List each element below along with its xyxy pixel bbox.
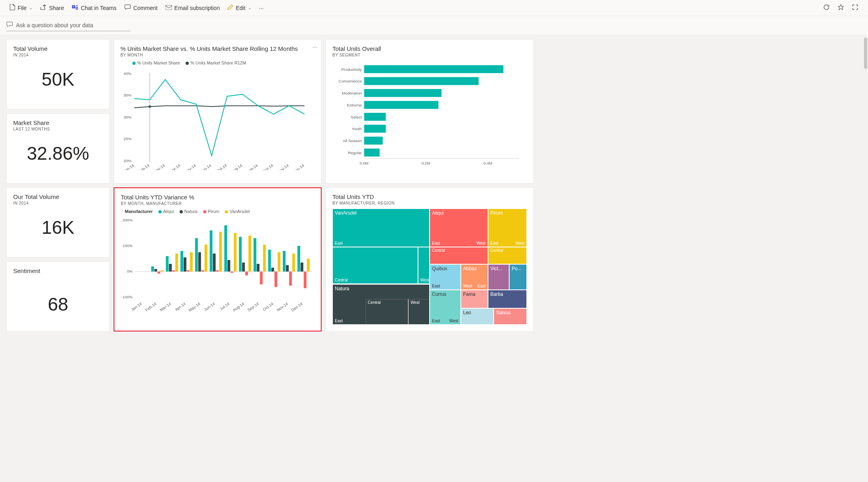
svg-text:30%: 30% <box>124 115 132 119</box>
svg-text:Nov-14: Nov-14 <box>276 163 290 170</box>
svg-text:Select: Select <box>351 115 362 119</box>
svg-text:Aug-14: Aug-14 <box>230 163 243 170</box>
line-chart-svg: 40% 35% 30% 25% 20% Jan-14 Feb-14 Mar-14… <box>120 67 315 170</box>
chevron-down-icon: ⌄ <box>29 6 32 10</box>
chart-title: Total Units YTD Variance % <box>121 194 314 201</box>
refresh-button[interactable] <box>820 2 833 14</box>
kpi-subtitle: LAST 12 MONTHS <box>13 127 103 131</box>
svg-rect-28 <box>364 89 441 97</box>
svg-rect-56 <box>166 256 169 272</box>
svg-rect-72 <box>224 225 227 272</box>
teams-icon: T <box>72 4 78 12</box>
line-legend: % Units Market Share % Units Market Shar… <box>132 60 315 65</box>
svg-point-2 <box>76 5 78 6</box>
kpi-sentiment[interactable]: Sentiment 68 <box>6 261 110 331</box>
svg-text:Aug-14: Aug-14 <box>232 301 245 313</box>
chart-subtitle: BY MONTH <box>120 53 315 57</box>
expand-icon <box>852 4 858 11</box>
svg-text:Productivity: Productivity <box>341 67 362 72</box>
svg-rect-91 <box>292 253 295 271</box>
svg-text:Jul-14: Jul-14 <box>216 163 228 170</box>
more-options-button[interactable]: ··· <box>256 3 267 13</box>
fullscreen-button[interactable] <box>849 2 862 14</box>
svg-rect-90 <box>289 271 292 285</box>
tile-treemap[interactable]: Total Units YTD BY MANUFACTURER, REGION … <box>326 187 534 331</box>
comment-icon <box>124 4 131 11</box>
svg-rect-38 <box>364 149 380 157</box>
svg-text:May-14: May-14 <box>183 163 197 170</box>
svg-rect-94 <box>304 271 306 288</box>
share-label: Share <box>49 5 64 11</box>
share-button[interactable]: Share <box>37 3 67 13</box>
svg-text:Apr-14: Apr-14 <box>174 301 187 312</box>
svg-text:0.0M: 0.0M <box>360 161 368 165</box>
svg-text:Regular: Regular <box>348 151 362 155</box>
file-icon <box>10 4 15 12</box>
svg-rect-95 <box>307 259 310 271</box>
svg-rect-81 <box>257 264 260 271</box>
svg-rect-76 <box>239 237 242 272</box>
svg-text:0%: 0% <box>127 269 132 273</box>
svg-rect-63 <box>190 252 193 271</box>
scrollbar-thumb[interactable] <box>864 38 867 69</box>
svg-text:Sep-14: Sep-14 <box>246 163 259 170</box>
svg-rect-65 <box>198 252 201 271</box>
svg-rect-57 <box>169 264 172 271</box>
kpi-value: 68 <box>13 293 103 315</box>
kpi-subtitle: IN 2014 <box>13 201 103 205</box>
svg-rect-64 <box>195 238 198 271</box>
favorite-button[interactable] <box>834 2 847 14</box>
svg-text:Convenience: Convenience <box>339 79 362 83</box>
kpi-market-share[interactable]: Market Share LAST 12 MONTHS 32.86% <box>6 113 110 183</box>
svg-rect-80 <box>254 238 256 271</box>
svg-rect-32 <box>364 113 386 121</box>
qa-placeholder: Ask a question about your data <box>16 22 93 28</box>
svg-text:Jan-14: Jan-14 <box>122 163 135 170</box>
legend-item: Pirum <box>208 209 220 214</box>
chart-title: Total Units Overall <box>332 45 527 52</box>
file-label: File <box>18 5 27 11</box>
qa-input[interactable]: Ask a question about your data <box>6 20 130 31</box>
chat-teams-button[interactable]: T Chat in Teams <box>69 2 120 13</box>
svg-rect-87 <box>278 252 280 271</box>
refresh-icon <box>823 4 830 12</box>
svg-rect-3 <box>166 5 172 10</box>
chart-subtitle: BY MONTH, MANUFACTURER <box>121 201 314 206</box>
kpi-our-total-volume[interactable]: Our Total Volume IN 2014 16K <box>6 187 110 257</box>
legend-item: % Units Market Share R12M <box>190 60 246 65</box>
chart-title: % Units Market Share vs. % Units Market … <box>120 45 315 52</box>
tile-total-units-segment[interactable]: Total Units Overall BY SEGMENT Productiv… <box>326 39 534 183</box>
svg-rect-61 <box>184 257 186 271</box>
tile-ytd-variance[interactable]: Total Units YTD Variance % BY MONTH, MAN… <box>114 187 322 331</box>
tile-market-share-line[interactable]: ··· % Units Market Share vs. % Units Mar… <box>114 39 322 183</box>
svg-rect-36 <box>364 137 382 145</box>
svg-text:Sep-14: Sep-14 <box>247 301 260 313</box>
svg-rect-53 <box>154 269 157 271</box>
kpi-total-volume[interactable]: Total Volume IN 2014 50K <box>6 39 110 109</box>
comment-button[interactable]: Comment <box>121 3 161 13</box>
chart-subtitle: BY MANUFACTURER, REGION <box>332 201 527 205</box>
svg-text:Mar-14: Mar-14 <box>153 163 166 170</box>
svg-text:Youth: Youth <box>352 127 362 131</box>
svg-text:Moderation: Moderation <box>342 91 362 95</box>
email-sub-button[interactable]: Email subscription <box>162 3 223 13</box>
kpi-subtitle: IN 2014 <box>13 53 103 57</box>
svg-rect-85 <box>271 268 274 272</box>
legend-item: VanArsdel <box>230 209 250 214</box>
edit-menu[interactable]: Edit ⌄ <box>224 3 254 13</box>
file-menu[interactable]: File ⌄ <box>6 2 36 13</box>
svg-rect-74 <box>231 271 234 273</box>
command-bar: File ⌄ Share T Chat in Teams Comment Ema… <box>0 0 868 16</box>
legend-item: Aliqui <box>163 209 174 214</box>
svg-text:40%: 40% <box>124 71 132 76</box>
svg-text:Apr-14: Apr-14 <box>169 163 181 170</box>
svg-text:Feb-14: Feb-14 <box>144 301 157 312</box>
svg-text:Jul-14: Jul-14 <box>219 301 230 311</box>
tile-more-button[interactable]: ··· <box>312 44 317 50</box>
chat-label: Chat in Teams <box>81 5 116 11</box>
kpi-value: 50K <box>13 68 103 90</box>
qa-bar: Ask a question about your data <box>0 16 868 34</box>
svg-text:Jun-14: Jun-14 <box>203 301 216 312</box>
svg-rect-58 <box>172 270 175 271</box>
svg-text:Dec-14: Dec-14 <box>290 301 304 313</box>
